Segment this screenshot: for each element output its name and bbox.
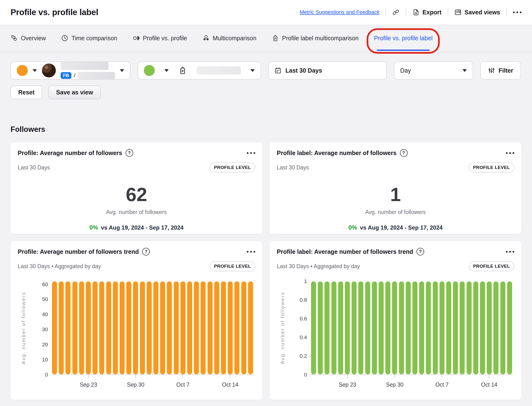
bar[interactable] bbox=[507, 281, 512, 374]
card-menu-button[interactable] bbox=[247, 251, 255, 253]
top-bar: Profile vs. profile label Metric Suggest… bbox=[0, 0, 532, 24]
bar[interactable] bbox=[106, 281, 111, 374]
bar[interactable] bbox=[248, 281, 253, 374]
bar[interactable] bbox=[358, 281, 363, 374]
bar[interactable] bbox=[352, 281, 357, 374]
profile-color-dot[interactable] bbox=[17, 65, 28, 76]
card-menu-button[interactable] bbox=[247, 152, 255, 154]
bar[interactable] bbox=[379, 281, 384, 374]
granularity-value: Day bbox=[400, 67, 411, 74]
export-button[interactable]: Export bbox=[412, 9, 441, 16]
cards-grid: Profile: Average number of followers Las… bbox=[11, 142, 521, 400]
bar[interactable] bbox=[120, 281, 125, 374]
bar[interactable] bbox=[214, 281, 219, 374]
bar[interactable] bbox=[59, 281, 64, 374]
date-range-picker[interactable]: Last 30 Days bbox=[268, 61, 387, 80]
ellipsis-icon bbox=[247, 152, 255, 154]
bar[interactable] bbox=[234, 281, 239, 374]
bar[interactable] bbox=[487, 281, 492, 374]
bar[interactable] bbox=[241, 281, 246, 374]
card-menu-button[interactable] bbox=[506, 251, 514, 253]
bar[interactable] bbox=[419, 281, 424, 374]
bar[interactable] bbox=[460, 281, 465, 374]
bar[interactable] bbox=[147, 281, 152, 374]
bar[interactable] bbox=[201, 281, 206, 374]
bar[interactable] bbox=[86, 281, 91, 374]
bar[interactable] bbox=[453, 281, 458, 374]
bar[interactable] bbox=[446, 281, 451, 374]
bar[interactable] bbox=[406, 281, 411, 374]
tab-profile-label-multicomparison[interactable]: P Profile label multicomparison bbox=[272, 24, 359, 52]
bar[interactable] bbox=[433, 281, 438, 374]
bar[interactable] bbox=[228, 281, 233, 374]
bar[interactable] bbox=[500, 281, 505, 374]
saved-views-button[interactable]: Saved views bbox=[454, 9, 500, 16]
bar[interactable] bbox=[174, 281, 179, 374]
bar[interactable] bbox=[153, 281, 158, 374]
tab-profile-vs-profile[interactable]: Profile vs. profile bbox=[133, 24, 187, 52]
metric-suggestions-link[interactable]: Metric Suggestions and Feedback bbox=[300, 9, 379, 15]
bar[interactable] bbox=[338, 281, 343, 374]
bar[interactable] bbox=[160, 281, 165, 374]
bar[interactable] bbox=[426, 281, 431, 374]
help-icon[interactable] bbox=[400, 149, 408, 157]
card-menu-button[interactable] bbox=[506, 152, 514, 154]
bar[interactable] bbox=[412, 281, 417, 374]
bar[interactable] bbox=[385, 281, 390, 374]
bar[interactable] bbox=[140, 281, 145, 374]
kpi-value: 1 bbox=[277, 185, 514, 204]
bar[interactable] bbox=[208, 281, 213, 374]
help-icon[interactable] bbox=[417, 248, 424, 255]
card-title: Profile: Average number of followers tre… bbox=[18, 248, 139, 255]
bar[interactable] bbox=[473, 281, 478, 374]
tab-profile-vs-profile-label[interactable]: Profile vs. profile label bbox=[374, 24, 432, 52]
y-axis-tick-label: 10 bbox=[42, 357, 48, 363]
profile-avatar bbox=[42, 64, 56, 77]
bar-series bbox=[51, 281, 254, 374]
bar[interactable] bbox=[439, 281, 445, 374]
bar[interactable] bbox=[345, 281, 350, 374]
bar[interactable] bbox=[194, 281, 199, 374]
x-axis-tick-label: Sep 30 bbox=[386, 382, 403, 388]
bar[interactable] bbox=[372, 281, 377, 374]
bar[interactable] bbox=[392, 281, 397, 374]
bar[interactable] bbox=[493, 281, 498, 374]
bar[interactable] bbox=[72, 281, 77, 374]
profile-selector[interactable]: FB / bbox=[11, 61, 130, 80]
bar[interactable] bbox=[399, 281, 404, 374]
bar[interactable] bbox=[65, 281, 71, 374]
bar[interactable] bbox=[93, 281, 98, 374]
bar[interactable] bbox=[52, 281, 57, 374]
bar[interactable] bbox=[113, 281, 118, 374]
bar[interactable] bbox=[221, 281, 226, 374]
bar[interactable] bbox=[133, 281, 138, 374]
export-icon bbox=[412, 9, 420, 16]
bar[interactable] bbox=[311, 281, 316, 374]
bar[interactable] bbox=[467, 281, 472, 374]
bar[interactable] bbox=[187, 281, 192, 374]
x-axis-tick bbox=[347, 374, 348, 378]
tab-overview[interactable]: Overview bbox=[11, 24, 46, 52]
help-icon[interactable] bbox=[126, 149, 133, 157]
reset-button[interactable]: Reset bbox=[11, 86, 42, 99]
filter-button[interactable]: Filter bbox=[480, 61, 521, 80]
label-color-dot[interactable] bbox=[144, 65, 155, 76]
profile-label-selector[interactable]: P bbox=[137, 61, 261, 80]
granularity-dropdown[interactable]: Day bbox=[394, 61, 473, 80]
tab-multicomparison[interactable]: Multicomparison bbox=[202, 24, 256, 52]
bar[interactable] bbox=[331, 281, 337, 374]
bar[interactable] bbox=[480, 281, 485, 374]
bar[interactable] bbox=[126, 281, 131, 374]
more-menu-button[interactable] bbox=[513, 12, 521, 13]
share-link-button[interactable] bbox=[392, 9, 399, 16]
bar[interactable] bbox=[99, 281, 104, 374]
bar[interactable] bbox=[180, 281, 186, 374]
bar[interactable] bbox=[167, 281, 172, 374]
help-icon[interactable] bbox=[142, 248, 150, 255]
bar[interactable] bbox=[318, 281, 323, 374]
bar[interactable] bbox=[79, 281, 84, 374]
bar[interactable] bbox=[365, 281, 370, 374]
save-as-view-button[interactable]: Save as view bbox=[48, 86, 101, 99]
bar[interactable] bbox=[324, 281, 330, 374]
tab-time-comparison[interactable]: Time comparison bbox=[61, 24, 117, 52]
